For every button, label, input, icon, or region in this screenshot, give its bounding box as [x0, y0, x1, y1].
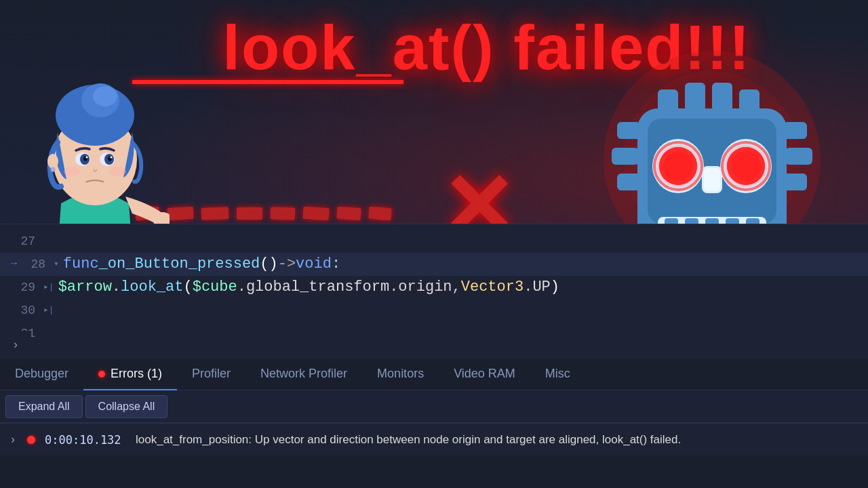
error-message: look_at_from_position: Up vector and dir…: [136, 433, 681, 447]
svg-point-13: [111, 157, 113, 159]
svg-rect-42: [704, 168, 720, 191]
paren-close: ): [269, 253, 278, 276]
svg-point-15: [51, 167, 56, 172]
row-expand-icon: ›: [11, 432, 15, 447]
errors-dot: [98, 371, 105, 378]
svg-rect-29: [783, 122, 807, 139]
tab-video-ram[interactable]: Video RAM: [439, 359, 530, 390]
arrow-op: ->: [278, 253, 296, 276]
line-number: 27: [11, 230, 35, 253]
tab-monitors[interactable]: Monitors: [362, 359, 439, 390]
method-name: look_at: [121, 276, 183, 299]
keyword-func: func: [63, 253, 99, 276]
tab-video-ram-label: Video RAM: [454, 367, 515, 381]
tab-monitors-label: Monitors: [377, 367, 424, 381]
title-underline: [132, 80, 403, 84]
line-number: 29: [11, 276, 35, 299]
code-line-29: 29 ▸| $arrow . look_at ( $cube . global_…: [0, 276, 868, 299]
code-expand-btn[interactable]: ›: [0, 331, 31, 358]
prop-origin: origin: [398, 276, 452, 299]
button-bar: Expand All Collapse All: [0, 390, 868, 423]
tab-errors-label: Errors (1): [111, 367, 162, 381]
line-number: 30: [11, 299, 35, 322]
svg-rect-25: [739, 89, 760, 113]
tab-bar: Debugger Errors (1) Profiler Network Pro…: [0, 359, 868, 390]
code-line-31: 31: [0, 322, 868, 345]
paren: (: [183, 276, 192, 299]
comma: ,: [452, 276, 461, 299]
debugger-panel: Debugger Errors (1) Profiler Network Pro…: [0, 359, 868, 488]
svg-rect-23: [685, 83, 705, 111]
tab-debugger-label: Debugger: [15, 367, 68, 381]
error-indicator: [27, 436, 35, 444]
paren-close2: ): [551, 276, 559, 299]
dot: .: [112, 276, 121, 299]
paren: (: [260, 253, 269, 276]
tab-network-profiler[interactable]: Network Profiler: [245, 359, 362, 390]
tab-misc[interactable]: Misc: [530, 359, 585, 390]
var-cube: $cube: [193, 276, 237, 299]
tab-profiler[interactable]: Profiler: [177, 359, 245, 390]
collapse-all-button[interactable]: Collapse All: [85, 395, 168, 418]
code-line-27: 27: [0, 230, 868, 253]
svg-point-12: [86, 157, 88, 159]
code-line-28: → 28 ▾ func _on_Button_pressed ( ) -> vo…: [0, 253, 868, 276]
chevron-right-icon: ›: [14, 338, 18, 352]
svg-point-39: [663, 151, 693, 181]
svg-rect-22: [658, 89, 678, 113]
colon: :: [332, 253, 340, 276]
prop-up: UP: [532, 276, 550, 299]
dot2: .: [237, 276, 246, 299]
tab-network-profiler-label: Network Profiler: [260, 367, 347, 381]
svg-rect-27: [612, 148, 639, 165]
svg-point-14: [47, 154, 58, 169]
tab-errors[interactable]: Errors (1): [83, 359, 177, 390]
error-timestamp: 0:00:10.132: [45, 433, 126, 447]
keyword-void: void: [296, 253, 332, 276]
prop-transform: global_transform: [246, 276, 389, 299]
hero-section: look_at() failed!!!: [0, 0, 868, 359]
tab-misc-label: Misc: [545, 367, 570, 381]
dot3: .: [389, 276, 398, 299]
svg-rect-28: [617, 174, 641, 190]
code-line-30: 30 ▸|: [0, 299, 868, 322]
arrow-icon: →: [11, 253, 17, 276]
chevron-icon: ▸|: [43, 276, 54, 299]
code-lines: 27 → 28 ▾ func _on_Button_pressed ( ) ->…: [0, 224, 868, 345]
var-arrow: $arrow: [58, 276, 112, 299]
svg-point-17: [110, 167, 126, 176]
error-row[interactable]: › 0:00:10.132 look_at_from_position: Up …: [0, 423, 868, 455]
tab-debugger[interactable]: Debugger: [0, 359, 83, 390]
expand-all-button[interactable]: Expand All: [5, 395, 83, 418]
class-vector3: Vector3: [461, 276, 524, 299]
func-name: _on_Button_pressed: [99, 253, 260, 276]
svg-rect-31: [783, 174, 807, 190]
svg-point-16: [64, 167, 80, 176]
character-illustration: [20, 41, 170, 251]
svg-point-40: [731, 151, 761, 181]
svg-rect-30: [785, 148, 812, 165]
chevron-icon2: ▸|: [43, 299, 54, 322]
code-editor: 27 → 28 ▾ func _on_Button_pressed ( ) ->…: [0, 224, 868, 359]
svg-point-5: [93, 86, 117, 106]
svg-rect-26: [617, 122, 641, 139]
line-number: 28: [21, 253, 45, 276]
svg-rect-24: [712, 83, 732, 111]
collapse-icon: ▾: [54, 253, 59, 276]
tab-profiler-label: Profiler: [192, 367, 231, 381]
dot4: .: [524, 276, 532, 299]
